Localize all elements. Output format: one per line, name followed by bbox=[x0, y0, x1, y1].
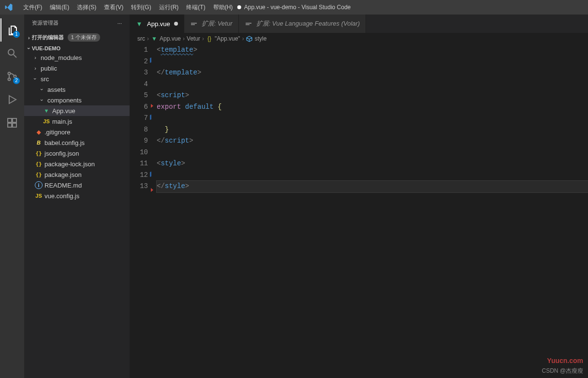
json-symbol-icon: {} bbox=[206, 35, 213, 42]
modified-indicator-icon bbox=[237, 5, 241, 9]
breadcrumb-item[interactable]: "App.vue" bbox=[215, 35, 240, 42]
tree-babel[interactable]: Bbabel.config.js bbox=[24, 137, 130, 148]
svg-rect-8 bbox=[13, 123, 16, 127]
watermark-csdn: CSDN @杰瘦瘦 bbox=[542, 367, 583, 375]
tree-gitignore[interactable]: ◆.gitignore bbox=[24, 127, 130, 137]
breadcrumb-item[interactable]: Vetur bbox=[187, 35, 200, 42]
fold-marker-icon bbox=[150, 57, 153, 63]
fold-marker-icon bbox=[150, 171, 153, 177]
babel-file-icon: B bbox=[35, 139, 43, 146]
tree-package[interactable]: {}package.json bbox=[24, 169, 130, 180]
explorer-badge: 1 bbox=[13, 31, 20, 38]
activity-bar: 1 2 bbox=[0, 15, 24, 378]
symbol-icon bbox=[246, 35, 253, 42]
tree-public[interactable]: ›public bbox=[24, 63, 130, 73]
tree-readme[interactable]: iREADME.md bbox=[24, 180, 130, 190]
tree-node-modules[interactable]: ›node_modules bbox=[24, 52, 130, 63]
tree-assets[interactable]: ›assets bbox=[24, 84, 130, 95]
modified-indicator-icon bbox=[174, 22, 178, 26]
extension-icon bbox=[245, 20, 252, 28]
chevron-down-icon: › bbox=[26, 47, 32, 49]
titlebar: 文件(F) 编辑(E) 选择(S) 查看(V) 转到(G) 运行(R) 终端(T… bbox=[0, 0, 588, 15]
scm-badge: 2 bbox=[13, 77, 20, 84]
watermark-yuucn: Yuucn.com bbox=[547, 357, 583, 364]
sidebar-explorer: 资源管理器 ··· › 打开的编辑器 1 个未保存 › VUE-DEMO ›no… bbox=[24, 15, 130, 378]
breadcrumb-item[interactable]: App.vue bbox=[160, 35, 181, 42]
json-file-icon: {} bbox=[35, 171, 43, 178]
svg-rect-7 bbox=[8, 123, 12, 127]
chevron-right-icon: › bbox=[28, 35, 30, 41]
breadcrumb-item[interactable]: src bbox=[137, 35, 145, 42]
breadcrumbs[interactable]: src › ▼ App.vue › Vetur › {} "App.vue" ›… bbox=[130, 33, 588, 44]
vue-file-icon: ▼ bbox=[151, 35, 158, 42]
vue-file-icon: ▼ bbox=[43, 107, 50, 115]
activity-debug[interactable] bbox=[0, 88, 24, 111]
menu-view[interactable]: 查看(V) bbox=[100, 0, 127, 15]
menu-file[interactable]: 文件(F) bbox=[19, 0, 46, 15]
tree-main-js[interactable]: JSmain.js bbox=[24, 116, 130, 127]
menu-edit[interactable]: 编辑(E) bbox=[46, 0, 73, 15]
breadcrumb-item[interactable]: style bbox=[255, 35, 267, 42]
menu-selection[interactable]: 选择(S) bbox=[73, 0, 100, 15]
menu-terminal[interactable]: 终端(T) bbox=[182, 0, 209, 15]
svg-point-2 bbox=[8, 73, 11, 75]
js-file-icon: JS bbox=[35, 192, 43, 200]
file-tree: ›node_modules ›public ›src ›assets ›comp… bbox=[24, 52, 130, 201]
svg-line-1 bbox=[14, 55, 16, 58]
window-title: App.vue - vue-demo - Visual Studio Code bbox=[237, 4, 351, 11]
json-file-icon: {} bbox=[35, 160, 43, 168]
tree-app-vue[interactable]: ▼App.vue bbox=[24, 105, 130, 116]
svg-rect-6 bbox=[13, 118, 16, 122]
tree-components[interactable]: ›components bbox=[24, 95, 130, 105]
open-editors-label: 打开的编辑器 bbox=[32, 34, 64, 41]
tab-label: App.vue bbox=[147, 20, 170, 28]
sidebar-more-icon[interactable]: ··· bbox=[118, 20, 122, 26]
tab-app-vue[interactable]: ▼ App.vue bbox=[130, 15, 184, 33]
menu-bar: 文件(F) 编辑(E) 选择(S) 查看(V) 转到(G) 运行(R) 终端(T… bbox=[19, 0, 236, 15]
chevron-right-icon: › bbox=[183, 35, 185, 42]
menu-help[interactable]: 帮助(H) bbox=[209, 0, 237, 15]
open-editors-header[interactable]: › 打开的编辑器 1 个未保存 bbox=[24, 32, 130, 43]
activity-extensions[interactable] bbox=[0, 111, 24, 134]
chevron-right-icon: › bbox=[202, 35, 204, 42]
error-marker-icon bbox=[151, 104, 153, 108]
unsaved-count-badge: 1 个未保存 bbox=[68, 33, 100, 42]
chevron-right-icon: › bbox=[242, 35, 244, 42]
menu-run[interactable]: 运行(R) bbox=[155, 0, 183, 15]
tab-label: 扩展: Vue Language Features (Volar) bbox=[256, 19, 360, 28]
line-numbers: 12345678910111213 bbox=[130, 44, 157, 378]
svg-rect-12 bbox=[246, 24, 250, 25]
menu-go[interactable]: 转到(G) bbox=[127, 0, 155, 15]
fold-marker-icon bbox=[150, 114, 153, 120]
svg-rect-10 bbox=[191, 24, 195, 25]
activity-explorer[interactable]: 1 bbox=[0, 18, 24, 42]
svg-rect-9 bbox=[191, 23, 197, 24]
tree-package-lock[interactable]: {}package-lock.json bbox=[24, 159, 130, 169]
sidebar-title: 资源管理器 ··· bbox=[24, 15, 130, 31]
editor-tabs: ▼ App.vue 扩展: Vetur 扩展: Vue Language Fea… bbox=[130, 15, 588, 33]
tree-jsconfig[interactable]: {}jsconfig.json bbox=[24, 148, 130, 159]
svg-rect-11 bbox=[246, 23, 251, 24]
activity-search[interactable] bbox=[0, 42, 24, 65]
code-editor[interactable]: 12345678910111213 <template></template><… bbox=[130, 44, 588, 378]
git-file-icon: ◆ bbox=[35, 128, 43, 136]
vue-file-icon: ▼ bbox=[135, 20, 143, 28]
project-name: VUE-DEMO bbox=[32, 45, 60, 51]
window-title-text: App.vue - vue-demo - Visual Studio Code bbox=[244, 4, 351, 11]
tree-src[interactable]: ›src bbox=[24, 73, 130, 84]
js-file-icon: JS bbox=[43, 117, 50, 125]
tab-vetur-ext[interactable]: 扩展: Vetur bbox=[184, 15, 239, 33]
svg-point-0 bbox=[8, 49, 14, 55]
chevron-right-icon: › bbox=[147, 35, 149, 42]
extension-icon bbox=[190, 20, 198, 28]
code-body[interactable]: <template></template><script>export defa… bbox=[157, 44, 588, 378]
svg-rect-5 bbox=[8, 118, 12, 122]
vscode-logo-icon bbox=[4, 2, 14, 12]
activity-scm[interactable]: 2 bbox=[0, 65, 24, 88]
tree-vueconfig[interactable]: JSvue.config.js bbox=[24, 190, 130, 201]
json-file-icon: {} bbox=[35, 149, 43, 157]
tab-volar-ext[interactable]: 扩展: Vue Language Features (Volar) bbox=[239, 15, 367, 33]
error-marker-icon bbox=[151, 188, 153, 192]
info-file-icon: i bbox=[35, 181, 43, 189]
project-header[interactable]: › VUE-DEMO bbox=[24, 44, 130, 52]
